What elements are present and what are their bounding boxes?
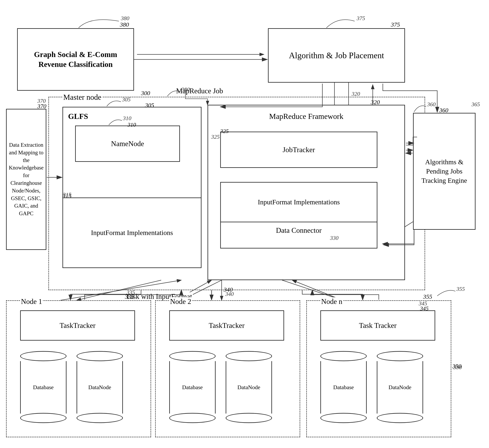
tasktrackern-label: Task Tracker: [359, 321, 397, 330]
database1-label: Database: [33, 384, 54, 391]
database2-cylinder: Database: [169, 351, 216, 423]
jobtracker-ref: 325: [220, 128, 229, 135]
svg-text:355: 355: [456, 286, 465, 292]
ref-350: 350: [452, 363, 461, 370]
tasktrackern-ref: 345: [420, 305, 429, 312]
mapreduce-framework-box: MapReduce Framework JobTracker 325 Data …: [208, 105, 405, 280]
data-extraction-main-box: Data Extraction and Mapping to the Knowl…: [6, 109, 46, 250]
jobtracker-box: JobTracker: [220, 132, 377, 168]
glfs-ref: 305: [145, 102, 154, 109]
tasktracker2-label: TaskTracker: [209, 321, 244, 330]
svg-text:365: 365: [471, 101, 480, 107]
svg-text:320: 320: [351, 91, 360, 97]
data-extraction-main-label: Data Extraction and Mapping to the Knowl…: [9, 141, 43, 217]
mapreduce-framework-label: MapReduce Framework: [269, 111, 343, 121]
datanode2-cylinder: DataNode: [226, 351, 272, 423]
database2-label: Database: [182, 384, 203, 391]
graph-social-label: Graph Social & E-Comm Revenue Classifica…: [22, 49, 129, 70]
inputformat-inner-box: InputFormat Implementations: [220, 182, 377, 222]
algorithm-job-label: Algorithm & Job Placement: [289, 50, 384, 61]
tasktracker2-box: TaskTracker: [169, 310, 284, 341]
tasktrackern-box: Task Tracker: [320, 310, 435, 341]
graph-social-ref: 380: [120, 21, 129, 28]
databasen-label: Database: [333, 384, 354, 391]
node1-label: Node 1: [20, 297, 43, 306]
data-extraction-ref: 370: [37, 103, 46, 110]
inputformat-ref: 315: [63, 192, 72, 199]
noden-label: Node n: [320, 297, 343, 306]
tasktracker1-label: TaskTracker: [60, 321, 96, 330]
datanoden-label: DataNode: [389, 384, 411, 391]
inputformat-box: InputFormat Implementations: [63, 197, 202, 268]
node2-label: Node 2: [169, 297, 192, 306]
ref-320: 320: [371, 99, 380, 106]
namenode-ref: 310: [128, 121, 136, 128]
algorithms-engine-label: Algorithms & Pending Jobs Tracking Engin…: [418, 157, 471, 185]
graph-social-box: Graph Social & E-Comm Revenue Classifica…: [17, 28, 134, 91]
algorithm-job-box: Algorithm & Job Placement: [268, 28, 405, 83]
algorithm-job-ref: 375: [391, 21, 400, 28]
noden-ref: 355: [423, 293, 432, 300]
namenode-box: NameNode: [75, 126, 180, 162]
database1-cylinder: Database: [20, 351, 66, 423]
algorithms-engine-ref: 360: [439, 107, 448, 114]
glfs-label: GLFS: [68, 111, 88, 121]
data-connector-label: Data Connector: [276, 226, 322, 235]
namenode-label: NameNode: [111, 139, 144, 148]
algorithms-engine-box: Algorithms & Pending Jobs Tracking Engin…: [413, 113, 475, 230]
datanode2-label: DataNode: [237, 384, 260, 391]
tasktracker1-box: TaskTracker: [20, 310, 135, 341]
jobtracker-label: JobTracker: [283, 145, 315, 155]
svg-text:360: 360: [427, 101, 436, 107]
datanoden-cylinder: DataNode: [377, 351, 423, 423]
datanode1-cylinder: DataNode: [77, 351, 123, 423]
datanode1-label: DataNode: [88, 384, 111, 391]
node1-ref: 335: [125, 293, 134, 300]
databasen-cylinder: Database: [320, 351, 367, 423]
inputformat-label: InputFormat Implementations: [91, 228, 173, 237]
svg-text:375: 375: [356, 15, 365, 21]
mapreduce-job-label: MapReduce Job: [175, 87, 224, 95]
svg-text:380: 380: [121, 15, 129, 21]
master-node-label: Master node: [63, 93, 102, 102]
diagram: Graph Social & E-Comm Revenue Classifica…: [0, 0, 489, 448]
inputformat-inner-label: InputFormat Implementations: [258, 198, 340, 207]
master-node-ref: 300: [141, 90, 150, 97]
ref-340: 340: [224, 286, 233, 293]
